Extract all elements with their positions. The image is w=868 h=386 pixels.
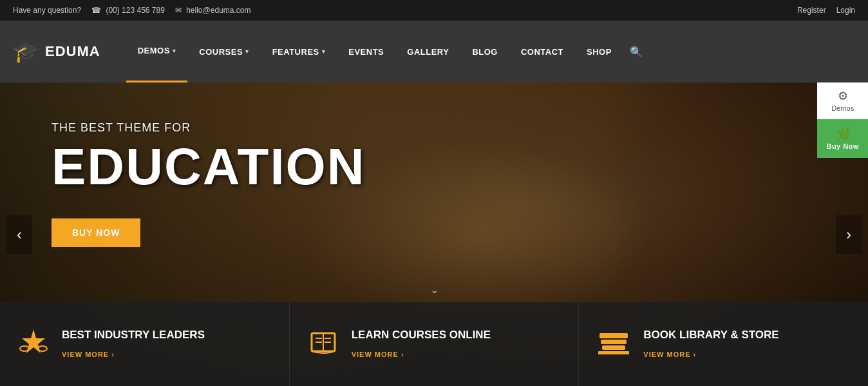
feature-viewmore-1[interactable]: VIEW MORE — [352, 351, 404, 358]
hero-subtitle: THE BEST THEME FOR — [52, 121, 366, 135]
nav-item-blog[interactable]: BLOG — [460, 21, 509, 82]
leaf-icon: 🌿 — [826, 127, 859, 141]
feature-text-1: LEARN COURSES ONLINE VIEW MORE — [352, 329, 561, 360]
email-contact: ✉ hello@eduma.com — [175, 6, 251, 15]
chevron-down-icon: ▾ — [322, 48, 326, 55]
top-bar: Have any question? ☎ (00) 123 456 789 ✉ … — [0, 0, 868, 21]
scroll-indicator[interactable]: ⌄ — [430, 284, 439, 296]
feature-strip: BEST INDUSTRY LEADERS VIEW MORE LEARN CO… — [0, 302, 868, 386]
svg-point-2 — [38, 346, 47, 351]
gear-icon: ⚙ — [826, 89, 859, 103]
top-bar-left: Have any question? ☎ (00) 123 456 789 ✉ … — [13, 6, 250, 15]
side-demos-label: Demos — [826, 104, 859, 112]
svg-rect-10 — [601, 340, 627, 344]
logo[interactable]: 🎓 EDUMA — [13, 39, 100, 64]
feature-title-1: LEARN COURSES ONLINE — [352, 329, 561, 342]
hero-content: THE BEST THEME FOR EDUCATION BUY NOW — [0, 82, 417, 285]
star-icon — [18, 327, 49, 362]
svg-rect-12 — [598, 351, 629, 354]
main-nav: DEMOS ▾ COURSES ▾ FEATURES ▾ EVENTS GALL… — [126, 21, 855, 82]
svg-marker-0 — [22, 329, 45, 353]
nav-item-courses[interactable]: COURSES ▾ — [187, 21, 260, 82]
nav-item-features[interactable]: FEATURES ▾ — [261, 21, 337, 82]
logo-icon: 🎓 — [13, 39, 39, 64]
phone-number: (00) 123 456 789 — [106, 6, 164, 15]
nav-item-events[interactable]: EVENTS — [337, 21, 395, 82]
email-icon: ✉ — [175, 6, 182, 15]
book-icon — [308, 327, 339, 362]
side-buynow-label: Buy Now — [826, 142, 859, 150]
top-bar-right: Register Login — [797, 6, 855, 15]
svg-point-1 — [20, 346, 29, 351]
header: 🎓 EDUMA DEMOS ▾ COURSES ▾ FEATURES ▾ EVE… — [0, 21, 868, 82]
side-panel: ⚙ Demos 🌿 Buy Now — [817, 82, 868, 158]
chevron-down-icon: ▾ — [173, 48, 176, 54]
svg-rect-11 — [602, 345, 625, 350]
question-text: Have any question? — [13, 6, 81, 15]
hero-buy-now-button[interactable]: BUY NOW — [52, 218, 140, 247]
side-demos-button[interactable]: ⚙ Demos — [817, 82, 868, 119]
side-buynow-button[interactable]: 🌿 Buy Now — [817, 119, 868, 158]
feature-title-2: BOOK LIBRARY & STORE — [643, 329, 850, 342]
feature-text-0: BEST INDUSTRY LEADERS VIEW MORE — [62, 329, 271, 360]
feature-viewmore-0[interactable]: VIEW MORE — [62, 351, 115, 358]
library-icon — [597, 328, 630, 360]
phone-contact: ☎ (00) 123 456 789 — [91, 6, 165, 15]
slider-prev-button[interactable]: ‹ — [6, 215, 32, 254]
nav-item-demos[interactable]: DEMOS ▾ — [126, 21, 188, 82]
hero-title: EDUCATION — [52, 141, 366, 193]
svg-rect-9 — [599, 333, 628, 338]
chevron-down-icon: ▾ — [245, 48, 249, 55]
feature-item-0: BEST INDUSTRY LEADERS VIEW MORE — [0, 302, 290, 386]
login-link[interactable]: Login — [836, 6, 855, 15]
logo-text: EDUMA — [45, 43, 100, 60]
hero-section: THE BEST THEME FOR EDUCATION BUY NOW ‹ ›… — [0, 82, 868, 386]
nav-item-contact[interactable]: CONTACT — [509, 21, 575, 82]
search-icon[interactable]: 🔍 — [623, 46, 649, 58]
feature-item-1: LEARN COURSES ONLINE VIEW MORE — [290, 302, 580, 386]
slider-next-button[interactable]: › — [836, 215, 862, 254]
phone-icon: ☎ — [91, 6, 101, 15]
email-link[interactable]: hello@eduma.com — [186, 6, 250, 15]
feature-item-2: BOOK LIBRARY & STORE VIEW MORE — [579, 302, 868, 386]
nav-item-gallery[interactable]: GALLERY — [395, 21, 460, 82]
feature-title-0: BEST INDUSTRY LEADERS — [62, 329, 271, 342]
register-link[interactable]: Register — [797, 6, 826, 15]
feature-text-2: BOOK LIBRARY & STORE VIEW MORE — [643, 329, 850, 360]
feature-viewmore-2[interactable]: VIEW MORE — [643, 351, 696, 358]
nav-item-shop[interactable]: SHOP — [575, 21, 623, 82]
chevron-down-icon: ⌄ — [430, 284, 439, 295]
